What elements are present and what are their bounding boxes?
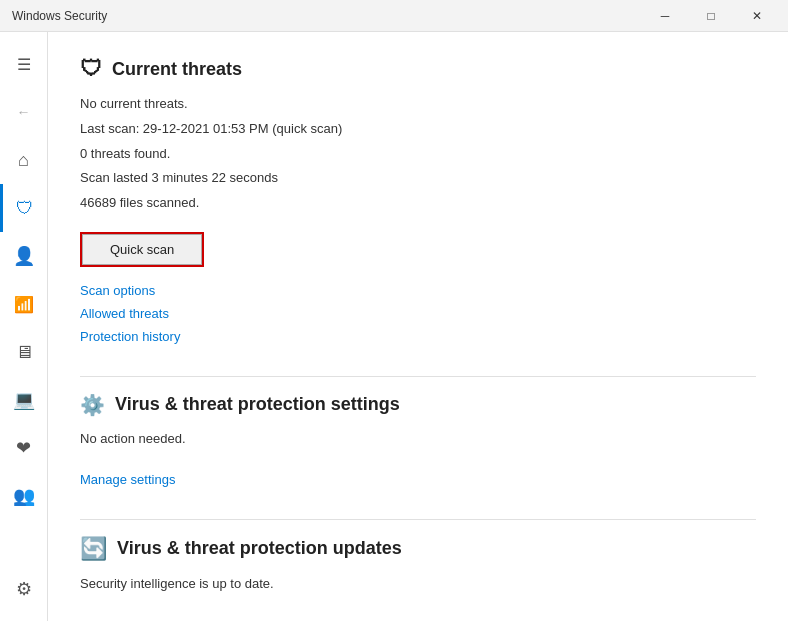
sidebar-item-shield[interactable]: 🛡: [0, 184, 48, 232]
updates-status-text: Security intelligence is up to date.: [80, 574, 756, 595]
no-action-text: No action needed.: [80, 429, 756, 450]
virus-settings-title: ⚙️ Virus & threat protection settings: [80, 393, 756, 417]
threats-found-text: 0 threats found.: [80, 144, 756, 165]
sidebar-item-home[interactable]: ⌂: [0, 136, 48, 184]
scan-duration-text: Scan lasted 3 minutes 22 seconds: [80, 168, 756, 189]
virus-updates-section: 🔄 Virus & threat protection updates Secu…: [80, 536, 756, 595]
current-threats-heading: Current threats: [112, 59, 242, 80]
titlebar-title: Windows Security: [12, 9, 107, 23]
sidebar: ☰ ← ⌂ 🛡 👤 📶 🖥 💻 ❤ 👥 ⚙: [0, 32, 48, 621]
close-button[interactable]: ✕: [734, 0, 780, 32]
scan-options-link[interactable]: Scan options: [80, 283, 756, 298]
no-threats-text: No current threats.: [80, 94, 756, 115]
sidebar-item-account[interactable]: 👤: [0, 232, 48, 280]
main-content: 🛡 Current threats No current threats. La…: [48, 32, 788, 621]
virus-settings-section: ⚙️ Virus & threat protection settings No…: [80, 393, 756, 487]
sidebar-item-app-browser[interactable]: 🖥: [0, 328, 48, 376]
files-scanned-text: 46689 files scanned.: [80, 193, 756, 214]
sidebar-item-back[interactable]: ←: [0, 88, 48, 136]
current-threats-section: 🛡 Current threats No current threats. La…: [80, 56, 756, 344]
minimize-button[interactable]: ─: [642, 0, 688, 32]
app-body: ☰ ← ⌂ 🛡 👤 📶 🖥 💻 ❤ 👥 ⚙ 🛡 Current threats …: [0, 32, 788, 621]
sidebar-item-network[interactable]: 📶: [0, 280, 48, 328]
sidebar-item-device[interactable]: 💻: [0, 376, 48, 424]
sidebar-item-health[interactable]: ❤: [0, 424, 48, 472]
virus-updates-title: 🔄 Virus & threat protection updates: [80, 536, 756, 562]
maximize-button[interactable]: □: [688, 0, 734, 32]
virus-settings-icon: ⚙️: [80, 393, 105, 417]
virus-settings-heading: Virus & threat protection settings: [115, 394, 400, 415]
last-scan-text: Last scan: 29-12-2021 01:53 PM (quick sc…: [80, 119, 756, 140]
allowed-threats-link[interactable]: Allowed threats: [80, 306, 756, 321]
titlebar: Windows Security ─ □ ✕: [0, 0, 788, 32]
virus-updates-icon: 🔄: [80, 536, 107, 562]
protection-history-link[interactable]: Protection history: [80, 329, 756, 344]
manage-settings-link[interactable]: Manage settings: [80, 472, 756, 487]
virus-updates-heading: Virus & threat protection updates: [117, 538, 402, 559]
sidebar-item-settings[interactable]: ⚙: [0, 565, 48, 613]
divider-2: [80, 519, 756, 520]
current-threats-icon: 🛡: [80, 56, 102, 82]
sidebar-item-menu[interactable]: ☰: [0, 40, 48, 88]
current-threats-title: 🛡 Current threats: [80, 56, 756, 82]
divider-1: [80, 376, 756, 377]
titlebar-controls: ─ □ ✕: [642, 0, 780, 32]
sidebar-item-family[interactable]: 👥: [0, 472, 48, 520]
quick-scan-button[interactable]: Quick scan: [80, 232, 204, 267]
